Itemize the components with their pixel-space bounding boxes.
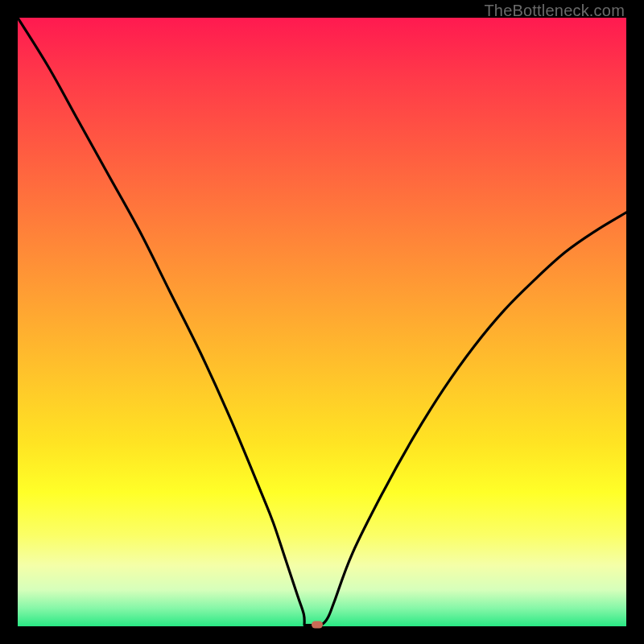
watermark-text: TheBottleneck.com	[484, 2, 625, 20]
plot-area	[18, 18, 626, 626]
chart-frame: TheBottleneck.com	[0, 0, 644, 644]
bottleneck-curve	[18, 18, 626, 626]
minimum-marker	[312, 621, 323, 629]
